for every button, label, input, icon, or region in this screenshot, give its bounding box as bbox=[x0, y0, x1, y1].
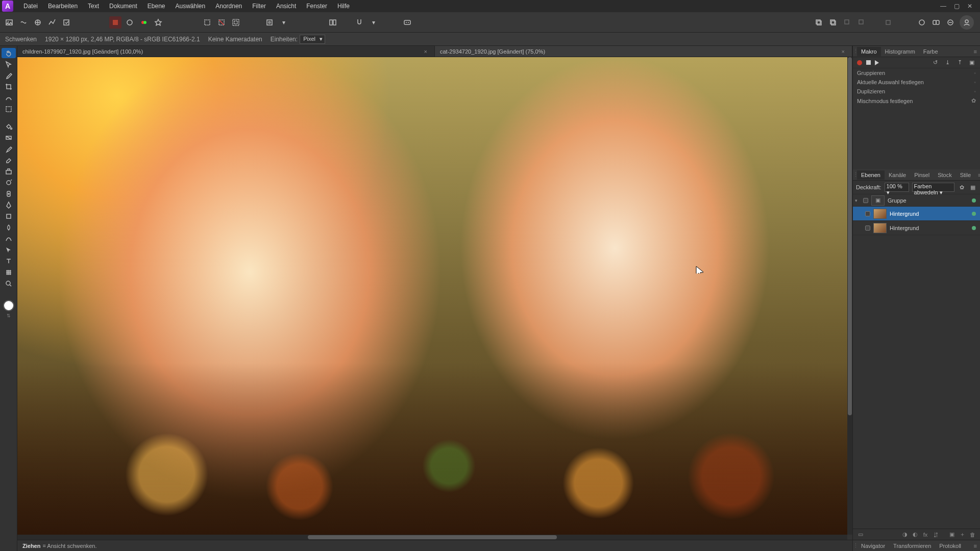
deselect-button[interactable] bbox=[215, 16, 228, 29]
blendmode-select[interactable]: Farben abwedeln ▾ bbox=[912, 183, 954, 192]
snapping-dropdown-icon[interactable]: ▾ bbox=[368, 16, 380, 29]
tab-transformieren[interactable]: Transformieren bbox=[889, 541, 935, 550]
autowb-button[interactable] bbox=[152, 16, 164, 29]
layer-visibility-checkbox[interactable] bbox=[865, 226, 870, 231]
layer-row[interactable]: Hintergrund bbox=[853, 207, 980, 221]
persona-liquify-icon[interactable] bbox=[17, 16, 30, 29]
panel-menu-icon[interactable]: ≡ bbox=[971, 48, 980, 55]
menu-ansicht[interactable]: Ansicht bbox=[271, 1, 301, 11]
menu-bearbeiten[interactable]: Bearbeiten bbox=[43, 1, 83, 11]
tab-makro[interactable]: Makro bbox=[857, 47, 881, 56]
document-tab[interactable]: cat-2934720_1920.jpg [Geändert] (75,0%)× bbox=[435, 46, 852, 57]
pen-tool[interactable] bbox=[2, 200, 16, 210]
gradient-tool[interactable] bbox=[2, 133, 16, 143]
tab-kanaele[interactable]: Kanäle bbox=[885, 170, 910, 180]
paintbrush-tool[interactable] bbox=[2, 144, 16, 154]
close-tab-icon[interactable]: × bbox=[422, 48, 429, 55]
macro-save-icon[interactable]: ▣ bbox=[968, 59, 976, 67]
persona-develop-icon[interactable] bbox=[32, 16, 44, 29]
canvas-area[interactable] bbox=[17, 57, 852, 540]
menu-ebene[interactable]: Ebene bbox=[142, 1, 170, 11]
tab-ebenen[interactable]: Ebenen bbox=[857, 170, 885, 180]
close-tab-icon[interactable]: × bbox=[840, 48, 847, 55]
clone-tool[interactable] bbox=[2, 166, 16, 177]
layer-options-icon[interactable]: ▦ bbox=[969, 183, 977, 191]
opacity-input[interactable]: 100 % ▾ bbox=[885, 183, 909, 192]
close-window-button[interactable]: ✕ bbox=[965, 3, 975, 10]
select-all-button[interactable] bbox=[201, 16, 213, 29]
tab-navigator[interactable]: Navigator bbox=[857, 541, 889, 550]
layer-visibility-checkbox[interactable] bbox=[865, 211, 870, 216]
arrange-button[interactable] bbox=[327, 16, 339, 29]
flood-fill-tool[interactable] bbox=[2, 121, 16, 132]
assistant-button[interactable] bbox=[401, 16, 413, 29]
group-layers-icon[interactable]: ▣ bbox=[947, 530, 957, 539]
menu-anordnen[interactable]: Anordnen bbox=[210, 1, 247, 11]
canvas-image[interactable] bbox=[17, 57, 847, 535]
menu-text[interactable]: Text bbox=[83, 1, 104, 11]
pan-tool[interactable] bbox=[2, 48, 16, 58]
foreground-color-swatch[interactable] bbox=[3, 300, 14, 311]
erase-tool[interactable] bbox=[2, 155, 16, 165]
addlayer-pixel-button[interactable] bbox=[813, 16, 825, 29]
macro-record-button[interactable] bbox=[857, 60, 862, 65]
menu-hilfe[interactable]: Hilfe bbox=[332, 1, 355, 11]
macro-play-button[interactable] bbox=[875, 60, 879, 65]
menu-filter[interactable]: Filter bbox=[247, 1, 271, 11]
account-button[interactable] bbox=[960, 15, 974, 30]
gear-icon[interactable]: ✿ bbox=[971, 97, 976, 104]
panel-menu-icon[interactable]: ≡ bbox=[971, 543, 980, 549]
colorpicker-tool[interactable] bbox=[2, 70, 16, 81]
delete-layer-icon[interactable]: 🗑 bbox=[968, 530, 977, 539]
vector-brush-tool[interactable] bbox=[2, 234, 16, 244]
macro-step[interactable]: Mischmodus festlegen✿ bbox=[853, 96, 980, 106]
tab-stock[interactable]: Stock bbox=[934, 170, 956, 180]
tab-farbe[interactable]: Farbe bbox=[919, 47, 942, 56]
smudge-tool[interactable] bbox=[2, 222, 16, 233]
quickmask-button[interactable] bbox=[263, 16, 276, 29]
units-select[interactable]: Pixel ▾ bbox=[300, 35, 325, 44]
menu-dokument[interactable]: Dokument bbox=[104, 1, 142, 11]
merge-down-icon[interactable]: ⮃ bbox=[931, 530, 940, 539]
add-mask-icon[interactable]: ◑ bbox=[900, 530, 910, 539]
panel-menu-icon[interactable]: ≡ bbox=[975, 172, 980, 178]
resource-manager-button[interactable] bbox=[916, 16, 928, 29]
minimize-button[interactable]: — bbox=[938, 3, 948, 10]
menu-auswählen[interactable]: Auswählen bbox=[170, 1, 210, 11]
layer-name-label[interactable]: Hintergrund bbox=[890, 225, 969, 231]
add-adjustment-icon[interactable]: ◐ bbox=[911, 530, 920, 539]
autocontrast-button[interactable] bbox=[138, 16, 150, 29]
autolevels-button[interactable] bbox=[124, 16, 136, 29]
macro-export-icon[interactable]: ⤓ bbox=[943, 59, 951, 67]
layer-thumbnail-size-icon[interactable]: ▭ bbox=[856, 530, 865, 539]
healing-tool[interactable] bbox=[2, 189, 16, 199]
crop-tool[interactable] bbox=[2, 82, 16, 92]
tab-protokoll[interactable]: Protokoll bbox=[935, 541, 965, 550]
persona-tonemap-icon[interactable] bbox=[46, 16, 58, 29]
macro-import-icon[interactable]: ⤒ bbox=[955, 59, 964, 67]
tab-pinsel[interactable]: Pinsel bbox=[910, 170, 934, 180]
layer-name-label[interactable]: Hintergrund bbox=[890, 211, 969, 217]
document-tab[interactable]: children-1879907_1920.jpg [Geändert] (10… bbox=[17, 46, 435, 57]
zoom-tool[interactable] bbox=[2, 279, 16, 289]
node-tool[interactable] bbox=[2, 245, 16, 255]
persona-export-icon[interactable] bbox=[60, 16, 72, 29]
layer-group-row[interactable]: ▾▣Gruppe bbox=[853, 194, 980, 207]
embed-button[interactable] bbox=[944, 16, 957, 29]
disclosure-icon[interactable]: ▾ bbox=[855, 198, 860, 203]
layer-fx-gear-icon[interactable]: ✿ bbox=[958, 183, 966, 191]
mesh-warp-tool[interactable] bbox=[2, 267, 16, 278]
layer-row[interactable]: Hintergrund bbox=[853, 221, 980, 235]
invert-selection-button[interactable] bbox=[230, 16, 242, 29]
layer-name-label[interactable]: Gruppe bbox=[888, 197, 969, 204]
menu-datei[interactable]: Datei bbox=[18, 1, 43, 11]
snapping-button[interactable] bbox=[353, 16, 365, 29]
layer-visibility-checkbox[interactable] bbox=[863, 198, 868, 203]
autocolor-button[interactable] bbox=[109, 16, 121, 29]
move-tool[interactable] bbox=[2, 59, 16, 69]
quickmask-dropdown-icon[interactable]: ▾ bbox=[278, 16, 290, 29]
selection-brush-tool[interactable] bbox=[2, 93, 16, 103]
add-fx-icon[interactable]: fx bbox=[921, 530, 930, 539]
horizontal-scrollbar[interactable] bbox=[17, 535, 847, 540]
text-tool[interactable] bbox=[2, 256, 16, 266]
